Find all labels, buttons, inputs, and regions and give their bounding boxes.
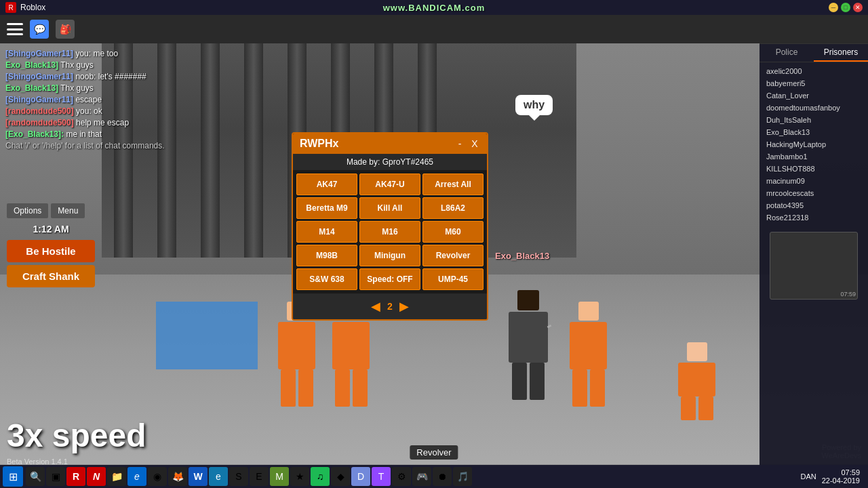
page-prev-button[interactable]: ◀: [371, 299, 380, 314]
app3-taskbar-icon[interactable]: ⚙: [392, 467, 411, 486]
close-button[interactable]: ✕: [853, 3, 863, 12]
chat-line: [randomdude500] you: ok: [5, 106, 198, 116]
hack-btn-m98b[interactable]: M98B: [296, 245, 357, 266]
hack-close-button[interactable]: X: [469, 138, 480, 149]
character-3: [509, 290, 548, 400]
menu-button[interactable]: Menu: [51, 203, 85, 218]
search-taskbar-icon[interactable]: 🔍: [26, 467, 45, 486]
app2-taskbar-icon[interactable]: ◆: [331, 467, 350, 486]
hack-btn-sw638[interactable]: S&W 638: [296, 268, 357, 290]
taskbar: ⊞ 🔍 ▣ R N 📁 e ◉ 🦊 W e S E M ★ ♫ ◆ D T ⚙ …: [0, 465, 868, 488]
hack-btn-ump45[interactable]: UMP-45: [422, 268, 484, 290]
hack-btn-ak47u[interactable]: AK47-U: [359, 174, 420, 195]
edge-taskbar-icon[interactable]: e: [127, 467, 146, 486]
options-menu-row: Options Menu: [7, 203, 95, 218]
app4-taskbar-icon[interactable]: 🎮: [412, 467, 431, 486]
hack-btn-speed[interactable]: Speed: OFF: [359, 268, 420, 290]
sidebar-player[interactable]: axelic2000: [760, 65, 868, 77]
sidebar-player[interactable]: Rose212318: [760, 211, 868, 224]
epic-taskbar-icon[interactable]: E: [250, 467, 269, 486]
chat-line: [randomdude500] help me escap: [5, 118, 198, 127]
sidebar-player[interactable]: mrcoolcescats: [760, 187, 868, 199]
chat-line: Exo_Black13] Thx guys: [5, 60, 198, 70]
hack-btn-m14[interactable]: M14: [296, 221, 357, 243]
backpack-icon[interactable]: 🎒: [56, 20, 75, 39]
minimize-button[interactable]: ─: [829, 3, 838, 12]
chat-line: Exo_Black13] Thx guys: [5, 83, 198, 93]
hack-panel-pagination: ◀ 2 ▶: [293, 293, 487, 319]
maximize-button[interactable]: □: [841, 3, 850, 12]
weapon-tooltip: Revolver: [410, 445, 458, 460]
chat-line: [ShingoGamer11] noob: let's #######: [5, 72, 198, 81]
hack-panel-controls: - X: [454, 138, 480, 149]
sidebar-player[interactable]: Catan_Lover: [760, 89, 868, 102]
hack-panel: RWPHx - X Made by: GproYT#2465 AK47 AK47…: [292, 132, 488, 321]
app1-taskbar-icon[interactable]: ★: [290, 467, 309, 486]
taskbar-right: DAN 07:59 22-04-2019: [800, 468, 865, 485]
toolbar: 💬 🎒: [0, 15, 868, 43]
sidebar-player[interactable]: Duh_ItsSaleh: [760, 114, 868, 126]
hack-btn-m60[interactable]: M60: [422, 221, 484, 243]
window-controls: ─ □ ✕: [829, 3, 863, 12]
roblox-taskbar-icon[interactable]: R: [66, 467, 85, 486]
sidebar-player[interactable]: Exo_Black13: [760, 126, 868, 138]
hack-btn-m16[interactable]: M16: [359, 221, 420, 243]
taskview-icon[interactable]: ▣: [46, 467, 65, 486]
sidebar-player[interactable]: HackingMyLaptop: [760, 138, 868, 150]
chat-line: [ShingoGamer11] escape: [5, 95, 198, 104]
hamburger-menu-icon[interactable]: [7, 23, 23, 35]
sidebar-player[interactable]: KILLSHOT888: [760, 163, 868, 175]
ie-taskbar-icon[interactable]: e: [209, 467, 228, 486]
netflix-taskbar-icon[interactable]: N: [87, 467, 106, 486]
character-4: [570, 302, 607, 407]
sidebar-player[interactable]: babyemeri5: [760, 77, 868, 89]
hack-panel-subtitle: Made by: GproYT#2465: [293, 154, 487, 170]
obs-taskbar-icon[interactable]: ⏺: [433, 467, 452, 486]
word-taskbar-icon[interactable]: W: [189, 467, 208, 486]
steam-taskbar-icon[interactable]: S: [229, 467, 248, 486]
character-5: [678, 342, 715, 420]
craft-shank-button[interactable]: Craft Shank: [7, 265, 95, 287]
twitch-taskbar-icon[interactable]: T: [372, 467, 391, 486]
title-bar: R Roblox ─ □ ✕: [0, 0, 868, 15]
tab-police[interactable]: Police: [760, 44, 814, 62]
hack-btn-arrest-all[interactable]: Arrest All: [422, 174, 484, 195]
hack-btn-revolver[interactable]: Revolver: [422, 245, 484, 266]
player2-label: Exo_Black13: [495, 251, 549, 261]
sidebar-tabs: Police Prisoners: [760, 44, 868, 62]
hack-btn-minigun[interactable]: Minigun: [359, 245, 420, 266]
speed-text: 3x speed: [7, 417, 146, 454]
be-hostile-button[interactable]: Be Hostile: [7, 240, 95, 262]
hack-minimize-button[interactable]: -: [454, 138, 465, 149]
hack-btn-l86a2[interactable]: L86A2: [422, 197, 484, 219]
sidebar-clock: 07:59: [840, 291, 856, 298]
speech-bubble: why: [515, 95, 553, 115]
hack-btn-beretta[interactable]: Beretta M9: [296, 197, 357, 219]
options-button[interactable]: Options: [7, 203, 48, 218]
page-number: 2: [387, 301, 393, 312]
minecraft-taskbar-icon[interactable]: M: [270, 467, 289, 486]
sidebar-player[interactable]: macinum09: [760, 175, 868, 187]
chat-line: [ShingoGamer11] you: me too: [5, 49, 198, 58]
tab-prisoners[interactable]: Prisoners: [814, 44, 868, 62]
folder-taskbar-icon[interactable]: 📁: [107, 467, 126, 486]
spotify-taskbar-icon[interactable]: ♫: [311, 467, 330, 486]
window-title: Roblox: [20, 3, 45, 12]
page-next-button[interactable]: ▶: [399, 299, 409, 314]
hack-btn-kill-all[interactable]: Kill All: [359, 197, 420, 219]
start-button[interactable]: ⊞: [3, 466, 23, 487]
sidebar-player[interactable]: potato4395: [760, 199, 868, 211]
hack-panel-header: RWPHx - X: [293, 134, 487, 154]
left-buttons: Options Menu 1:12 AM Be Hostile Craft Sh…: [7, 203, 95, 287]
app5-taskbar-icon[interactable]: 🎵: [453, 467, 472, 486]
chat-icon[interactable]: 💬: [30, 20, 49, 39]
firefox-taskbar-icon[interactable]: 🦊: [168, 467, 187, 486]
right-sidebar: HackingMyLaptop Account: 1+ Police Priso…: [760, 15, 868, 488]
hack-btn-ak47[interactable]: AK47: [296, 174, 357, 195]
chat-hint: Chat '/' or '/help' for a list of chat c…: [5, 141, 198, 150]
sidebar-player[interactable]: doomedtoumasfanboy: [760, 102, 868, 114]
chat-line: [Exo_Black13]: me in that: [5, 129, 198, 139]
discord-taskbar-icon[interactable]: D: [351, 467, 370, 486]
sidebar-player[interactable]: Jambambo1: [760, 150, 868, 163]
chrome-taskbar-icon[interactable]: ◉: [148, 467, 167, 486]
